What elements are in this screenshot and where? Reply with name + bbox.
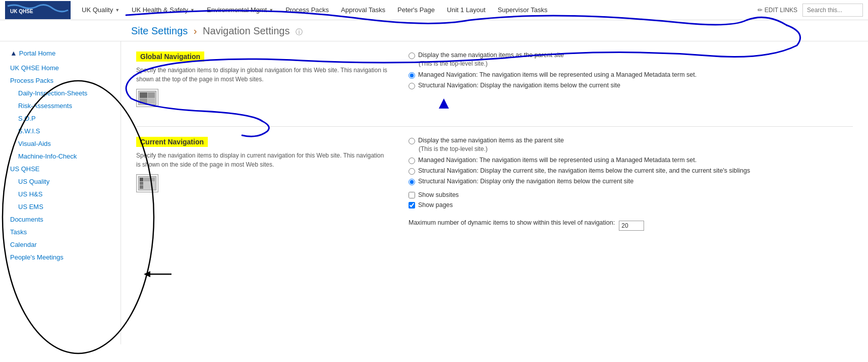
show-pages-checkbox[interactable] <box>409 202 415 209</box>
nav-item-uk-quality[interactable]: UK Quality ▼ <box>76 0 126 20</box>
info-icon: ⓘ <box>296 28 303 36</box>
sidebar-item-risk-assessments[interactable]: Risk-Assessments <box>0 99 121 112</box>
sidebar-item-calendar[interactable]: Calendar <box>0 238 121 251</box>
sidebar-item-swis[interactable]: S.W.I.S <box>0 125 121 137</box>
global-nav-icon <box>136 89 158 107</box>
global-navigation-section: Global Navigation Specify the navigation… <box>136 51 853 111</box>
sidebar-item-machine-info[interactable]: Machine-Info-Check <box>0 150 121 163</box>
sidebar-item-sop[interactable]: S.O.P <box>0 112 121 125</box>
nav-item-unit1-layout[interactable]: Unit 1 Layout <box>441 0 492 20</box>
max-items-row: Maximum number of dynamic items to show … <box>409 215 853 231</box>
portal-home-label: Portal Home <box>19 49 55 57</box>
current-nav-option-1-sub: (This is the top-level site.) <box>409 145 853 152</box>
current-nav-radio-2[interactable] <box>409 158 415 164</box>
current-nav-option-2: Managed Navigation: The navigation items… <box>409 157 853 164</box>
global-nav-description: Specify the navigation items to display … <box>136 66 388 84</box>
nav-item-supervisor-tasks[interactable]: Supervisor Tasks <box>492 0 554 20</box>
section-divider <box>136 126 853 127</box>
global-nav-radio-3[interactable] <box>409 83 415 89</box>
svg-text:UK QHSE: UK QHSE <box>10 9 33 14</box>
nav-item-process-packs[interactable]: Process Packs <box>279 0 335 20</box>
checkbox-group: Show subsites Show pages <box>409 191 853 209</box>
sidebar-item-us-quality[interactable]: US Quality <box>0 175 121 188</box>
global-nav-option-2: Managed Navigation: The navigation items… <box>409 71 853 79</box>
global-nav-options: Display the same navigation items as the… <box>409 51 853 111</box>
global-nav-option-3: Structural Navigation: Display the navig… <box>409 82 853 89</box>
breadcrumb-parent[interactable]: Site Settings <box>131 25 188 36</box>
breadcrumb: Site Settings › Navigation Settings ⓘ <box>131 25 858 37</box>
sidebar-item-us-hs[interactable]: US H&S <box>0 188 121 200</box>
breadcrumb-separator: › <box>194 25 197 36</box>
checkbox-pages: Show pages <box>409 201 853 209</box>
current-navigation-section: Current Navigation Specify the navigatio… <box>136 137 853 231</box>
portal-home-icon: ▲ <box>10 49 17 57</box>
dropdown-arrow-uk-hs: ▼ <box>190 8 195 13</box>
current-nav-option-3: Structural Navigation: Display the curre… <box>409 167 853 175</box>
current-nav-radio-4[interactable] <box>409 179 415 185</box>
global-nav-radio-1[interactable] <box>409 53 415 59</box>
current-nav-option-1: Display the same navigation items as the… <box>409 137 853 144</box>
main-layout: ▲ Portal Home UK QHSE Home Process Packs… <box>0 41 868 344</box>
sidebar-item-process-packs[interactable]: Process Packs <box>0 74 121 87</box>
dropdown-arrow-uk-quality: ▼ <box>115 8 120 13</box>
sidebar-item-uk-qhse-home[interactable]: UK QHSE Home <box>0 62 121 74</box>
nav-item-peters-page[interactable]: Peter's Page <box>391 0 441 20</box>
sidebar-item-peoples-meetings[interactable]: People's Meetings <box>0 251 121 264</box>
edit-links-label: EDIT LINKS <box>765 7 797 14</box>
max-items-label: Maximum number of dynamic items to show … <box>409 219 615 226</box>
nav-items-list: UK Quality ▼ UK Health & Safety ▼ Enviro… <box>76 0 758 20</box>
global-nav-option-1: Display the same navigation items as the… <box>409 51 853 59</box>
current-nav-description: Specify the navigation items to display … <box>136 151 388 169</box>
current-nav-radio-3[interactable] <box>409 168 415 175</box>
sidebar-item-tasks[interactable]: Tasks <box>0 226 121 238</box>
nav-item-uk-health-safety[interactable]: UK Health & Safety ▼ <box>126 0 201 20</box>
sidebar-item-documents[interactable]: Documents <box>0 213 121 226</box>
breadcrumb-current: Navigation Settings <box>203 25 290 36</box>
site-logo: UK QHSE <box>5 1 71 19</box>
current-nav-icon <box>136 174 158 192</box>
edit-links-button[interactable]: ✏ EDIT LINKS <box>758 7 797 14</box>
nav-item-env-mgmt[interactable]: Environmental Mgmt ▼ <box>201 0 279 20</box>
sidebar-item-daily-inspection[interactable]: Daily-Inspection-Sheets <box>0 87 121 99</box>
sidebar-item-us-qhse[interactable]: US QHSE <box>0 163 121 175</box>
portal-home-row[interactable]: ▲ Portal Home <box>0 46 121 60</box>
current-nav-radio-1[interactable] <box>409 138 415 144</box>
max-items-input[interactable] <box>619 221 644 231</box>
show-subsites-checkbox[interactable] <box>409 192 415 198</box>
sidebar-item-us-ems[interactable]: US EMS <box>0 200 121 213</box>
top-navigation: UK QHSE UK Quality ▼ UK Health & Safety … <box>0 0 868 20</box>
dropdown-arrow-env: ▼ <box>269 8 273 13</box>
search-input[interactable] <box>802 4 863 17</box>
global-nav-title: Global Navigation <box>136 51 204 62</box>
global-nav-radio-2[interactable] <box>409 72 415 79</box>
sidebar-item-visual-aids[interactable]: Visual-Aids <box>0 137 121 150</box>
main-content: Global Navigation Specify the navigation… <box>121 41 868 344</box>
sidebar: ▲ Portal Home UK QHSE Home Process Packs… <box>0 41 121 344</box>
nav-right-section: ✏ EDIT LINKS <box>758 4 863 17</box>
current-nav-title: Current Navigation <box>136 137 208 147</box>
pencil-icon: ✏ <box>758 7 763 14</box>
current-nav-options: Display the same navigation items as the… <box>409 137 853 231</box>
checkbox-subsites: Show subsites <box>409 191 853 198</box>
current-nav-option-4: Structural Navigation: Display only the … <box>409 178 853 185</box>
nav-item-approval-tasks[interactable]: Approval Tasks <box>335 0 391 20</box>
global-nav-option-1-sub: (This is the top-level site.) <box>409 60 853 67</box>
page-header: Site Settings › Navigation Settings ⓘ <box>0 20 868 41</box>
